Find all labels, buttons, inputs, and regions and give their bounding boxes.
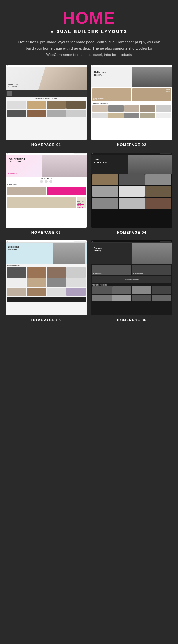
hot-trending-text: HOT TRENDING xyxy=(93,273,102,274)
product-thumb xyxy=(66,101,86,109)
homepage-item-03[interactable]: LOOK BEAUTIFULTHIS SEASON FROM $269.00 W… xyxy=(6,153,87,236)
grid-cell xyxy=(7,187,46,195)
header-section: HOME VISUAL BUILDER LAYOUTS Oxelar has 6… xyxy=(6,9,172,58)
star-rating xyxy=(77,207,85,208)
nav-bar xyxy=(160,241,171,242)
women-fashion-banner: WOMEN FASHION xyxy=(132,265,171,275)
page-wrapper: HOME VISUAL BUILDER LAYOUTS Oxelar has 6… xyxy=(0,0,178,335)
mosaic-cell xyxy=(145,198,171,209)
shoes-belt-banner: SHOES & BELT FOR MEN xyxy=(92,276,171,283)
product-thumb xyxy=(92,286,112,294)
hp01-products-row2 xyxy=(6,109,87,118)
product-thumb xyxy=(66,278,86,287)
hp04-hero-text: MAKESTYLE COOL xyxy=(94,158,108,164)
mock-nav-03 xyxy=(6,153,87,155)
trending-label: TRENDING PRODUCTS xyxy=(91,102,172,105)
product-thumb xyxy=(27,110,46,117)
homepage-preview-03: LOOK BEAUTIFULTHIS SEASON FROM $269.00 W… xyxy=(6,153,87,228)
hp05-hero-image xyxy=(53,243,85,264)
product-thumb xyxy=(47,110,66,117)
homepage-item-04[interactable]: MAKESTYLE COOL xyxy=(91,153,172,236)
product-thumb xyxy=(108,113,124,118)
hp03-hero-text: LOOK BEAUTIFULTHIS SEASON xyxy=(8,158,25,163)
page-subtitle: VISUAL BUILDER LAYOUTS xyxy=(6,29,172,34)
homepage-label-01: HOMEPAGE 01 xyxy=(6,143,87,148)
product-thumb xyxy=(66,267,86,278)
hp01-products-row1 xyxy=(6,100,87,109)
hp02-hero-image xyxy=(132,67,172,87)
nav-dot xyxy=(92,241,93,242)
page-title: HOME xyxy=(6,9,172,27)
grid-cell-accent xyxy=(47,187,86,195)
homepage-preview-01: MAKE YOURSTYLE COOL NEW COLLECTION PRODU… xyxy=(6,65,87,140)
homepage-item-05[interactable]: BestsellingProducts. TRENDING PRODUCTS xyxy=(6,240,87,323)
women-fashion-text: WOMEN FASHION xyxy=(133,273,143,274)
hp06-hero-image xyxy=(132,243,172,264)
nav-dot xyxy=(7,153,8,154)
mockup-04: MAKESTYLE COOL xyxy=(91,153,172,228)
hp05-products-row2 xyxy=(6,278,87,288)
mockup-03: LOOK BEAUTIFULTHIS SEASON FROM $269.00 W… xyxy=(6,153,87,228)
shoe-brand: ETHAN EU VIQUE xyxy=(77,201,85,204)
nav-dot xyxy=(92,153,93,154)
mockup-02: Stylish newdesign. SHIRT FOR MAN'S$69.00… xyxy=(91,65,172,140)
homepage-item-02[interactable]: Stylish newdesign. SHIRT FOR MAN'S$69.00… xyxy=(91,65,172,148)
hp03-hero-image xyxy=(42,155,87,177)
mockup-06: Premiumclothing. HOT TRENDING WOMEN FASH… xyxy=(91,240,172,315)
product-thumb xyxy=(152,286,171,294)
homepage-label-06: HOMEPAGE 06 xyxy=(91,318,172,323)
product-thumb xyxy=(156,105,171,112)
nav-dot xyxy=(7,241,8,242)
product-thumb xyxy=(47,101,66,109)
product-thumb xyxy=(47,267,66,278)
product-thumb xyxy=(92,105,108,112)
hp06-products xyxy=(91,286,172,295)
hp06-hero-text: Premiumclothing. xyxy=(94,247,102,252)
homepage-item-01[interactable]: MAKE YOURSTYLE COOL NEW COLLECTION PRODU… xyxy=(6,65,87,148)
product-thumb xyxy=(7,110,26,117)
hp02-products-row2 xyxy=(91,112,172,119)
trending-products-label-06: TRENDING PRODUCTS xyxy=(91,284,172,286)
hp05-hero: BestsellingProducts. xyxy=(6,243,87,264)
shirt-label: SHIRT FOR MAN'S$69.00 xyxy=(93,98,103,100)
shoes-label: SHOES$269.00 xyxy=(166,89,170,92)
hp06-banner-row: HOT TRENDING WOMEN FASHION xyxy=(91,264,172,276)
product-thumb xyxy=(156,113,171,118)
hp06-products-row2 xyxy=(91,295,172,302)
mosaic-cell xyxy=(119,198,144,209)
mosaic-cell xyxy=(145,186,171,197)
mosaic-cell xyxy=(119,186,144,197)
product-thumb xyxy=(112,295,132,301)
product-thumb xyxy=(132,295,151,301)
mosaic-cell xyxy=(92,174,118,185)
product-thumb xyxy=(66,110,86,117)
homepage-grid: MAKE YOURSTYLE COOL NEW COLLECTION PRODU… xyxy=(6,65,172,323)
hello-icons xyxy=(6,179,87,184)
nav-bar xyxy=(74,66,86,66)
product-thumb xyxy=(124,113,140,118)
nav-bar xyxy=(160,66,171,66)
hp01-hero-image xyxy=(38,67,87,90)
trending-products-label: TRENDING PRODUCTS xyxy=(6,264,87,267)
hp01-hero-text: MAKE YOURSTYLE COOL xyxy=(8,83,19,87)
icon-block xyxy=(7,91,12,96)
product-thumb xyxy=(7,288,26,296)
star-empty xyxy=(83,207,84,208)
hp03-hero: LOOK BEAUTIFULTHIS SEASON FROM $269.00 xyxy=(6,155,87,177)
homepage-preview-05: BestsellingProducts. TRENDING PRODUCTS xyxy=(6,240,87,315)
mock-nav-05 xyxy=(6,240,87,243)
star xyxy=(80,207,81,208)
we-say-hello: WE SAY HELLO xyxy=(6,177,87,179)
mock-nav-01 xyxy=(6,65,87,67)
shoe-info: ETHAN EU VIQUE $89.00 xyxy=(77,197,86,208)
product-thumb xyxy=(92,113,108,118)
hp01-hero: MAKE YOURSTYLE COOL xyxy=(6,67,87,90)
homepage-label-04: HOMEPAGE 04 xyxy=(91,231,172,236)
product-thumb xyxy=(108,105,124,112)
hp05-products-row3 xyxy=(6,288,87,296)
nav-dot xyxy=(7,65,8,66)
mockup-01: MAKE YOURSTYLE COOL NEW COLLECTION PRODU… xyxy=(6,65,87,140)
star xyxy=(77,207,79,208)
homepage-item-06[interactable]: Premiumclothing. HOT TRENDING WOMEN FASH… xyxy=(91,240,172,323)
hp03-shoe-row: ETHAN EU VIQUE $89.00 xyxy=(6,196,87,209)
